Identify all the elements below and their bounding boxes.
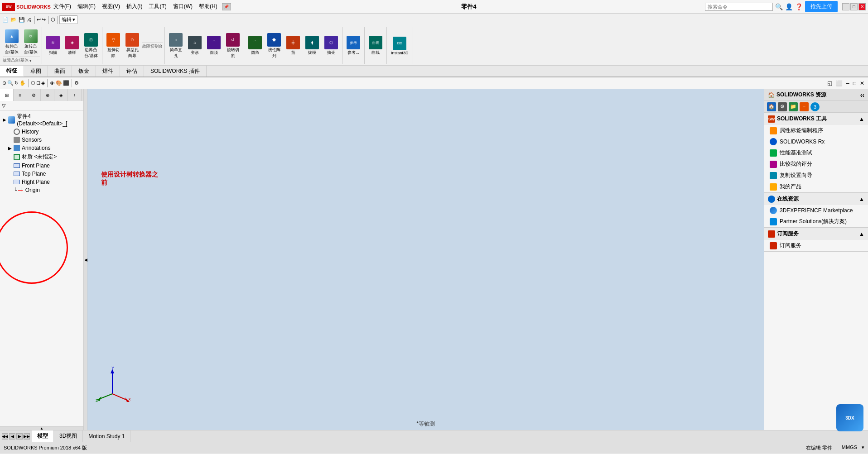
rp-3dexp-icon[interactable]: 3	[810, 102, 820, 111]
lp-tab-property[interactable]: ≡	[14, 89, 27, 101]
tab-surface[interactable]: 曲面	[48, 66, 72, 76]
rotate-view-icon[interactable]: ↻	[14, 80, 19, 86]
appearance-icon[interactable]: 🎨	[56, 80, 62, 86]
menu-window[interactable]: 窗口(W)	[170, 2, 195, 11]
revolve-cut-button[interactable]: ↺ 旋转切割	[224, 32, 242, 60]
feature-tree-front-plane[interactable]: Front Plane	[1, 162, 82, 170]
extrude-boss-button[interactable]: ▲ 拉伸凸台/基体	[3, 28, 21, 57]
rp-copy-settings[interactable]: 复制设置向导	[764, 170, 868, 181]
online-resources-header[interactable]: 在线资源 ▲	[764, 193, 868, 205]
tab-nav-right[interactable]: ▶	[16, 433, 23, 440]
feature-tree-top-plane[interactable]: Top Plane	[1, 170, 82, 178]
fillet-button[interactable]: ⌒ 圆角	[246, 34, 264, 57]
maximize-panel-icon[interactable]: □	[852, 80, 858, 86]
tab-nav-left[interactable]: ◀	[9, 433, 15, 440]
bottom-tab-motion[interactable]: Motion Study 1	[83, 430, 130, 442]
help-icon[interactable]: ❓	[795, 3, 803, 10]
rp-tools-icon[interactable]: ⚙	[778, 102, 787, 111]
tab-sketch[interactable]: 草图	[24, 66, 48, 76]
mode-selector[interactable]: 编辑 ▾	[59, 15, 77, 24]
rp-home-nav-icon[interactable]: 🏠	[767, 102, 776, 111]
expand-panel-icon[interactable]: ◱	[826, 80, 834, 86]
section-view-icon[interactable]: ⊟	[36, 80, 40, 86]
rp-folder-icon[interactable]: 📁	[789, 102, 798, 111]
dome-button[interactable]: ⌒ 圆顶	[205, 32, 223, 60]
right-panel-collapse-button[interactable]: ‹‹	[860, 91, 864, 99]
feature-tree-root[interactable]: ▶ 零件4 (Default<<Default>_[	[1, 112, 82, 128]
lp-tab-dim[interactable]: ⊕	[41, 89, 54, 101]
rp-subscribe-service[interactable]: 订阅服务	[764, 240, 868, 251]
sw-tools-section-header[interactable]: SW SOLIDWORKS 工具 ▲	[764, 113, 868, 125]
viewport[interactable]: 使用设计树转换器之 前 Y X Z *等轴测	[87, 89, 764, 430]
display-style-icon[interactable]: ◈	[41, 80, 45, 86]
search-icon[interactable]: 🔍	[775, 3, 783, 10]
tab-feature[interactable]: 特征	[0, 66, 24, 76]
restore-button[interactable]: □	[850, 3, 858, 10]
rp-partner-solutions[interactable]: Partner Solutions(解决方案)	[764, 216, 868, 227]
hide-show-icon[interactable]: 👁	[50, 81, 55, 86]
menu-edit[interactable]: 编辑(E)	[75, 2, 98, 11]
draft-button[interactable]: ⧫ 拔模	[303, 34, 321, 57]
redo-icon[interactable]: ↪	[42, 17, 46, 23]
bottom-tab-3dview[interactable]: 3D视图	[54, 430, 83, 442]
tab-nav-right-right[interactable]: ▶▶	[24, 433, 30, 440]
shell-button[interactable]: ⬡ 抽壳	[322, 34, 340, 57]
menu-file[interactable]: 文件(F)	[51, 2, 74, 11]
units-dropdown-icon[interactable]: ▾	[862, 444, 864, 452]
rp-3dexp-marketplace[interactable]: 3DEXPERIENCE Marketplace	[764, 205, 868, 216]
scenes-icon[interactable]: ⬛	[63, 80, 69, 86]
tab-weldment[interactable]: 焊件	[96, 66, 120, 76]
tab-evaluate[interactable]: 评估	[120, 66, 144, 76]
feature-tree-right-plane[interactable]: Right Plane	[1, 178, 82, 186]
tab-sheetmetal[interactable]: 钣金	[72, 66, 96, 76]
subscription-chevron-icon[interactable]: ▲	[859, 231, 864, 237]
view-orient-icon[interactable]: ⬡	[31, 80, 35, 86]
tab-plugins[interactable]: SOLIDWORKS 插件	[144, 66, 207, 76]
feature-tree-material[interactable]: 材质 <未指定>	[1, 152, 82, 162]
panel-resize-handle[interactable]: ◀	[84, 89, 87, 430]
tab-nav-left-left[interactable]: ◀◀	[2, 433, 8, 440]
mode-dropdown-icon[interactable]: ▾	[72, 17, 75, 23]
menu-tools[interactable]: 工具(T)	[146, 2, 169, 11]
pin-icon[interactable]: 📌	[222, 3, 231, 10]
fault-base-dropdown[interactable]: ▾	[29, 58, 32, 63]
close-panel-icon[interactable]: ✕	[858, 80, 866, 86]
rp-compare[interactable]: 比较我的评分	[764, 158, 868, 170]
sw-tools-chevron-icon[interactable]: ▲	[859, 116, 864, 122]
subscription-header[interactable]: 订阅服务 ▲	[764, 228, 868, 240]
left-panel-collapse[interactable]: ▲	[0, 426, 83, 430]
chamfer-button[interactable]: ⬟ 线性阵列	[265, 32, 283, 60]
new-file-icon[interactable]: 📄	[2, 17, 9, 23]
feature-tree-origin[interactable]: └ Origin	[1, 186, 82, 194]
rp-home-icon[interactable]: 🏠	[768, 92, 775, 98]
undo-icon[interactable]: ↩	[37, 17, 41, 23]
root-expander[interactable]: ▶	[3, 117, 8, 122]
feature-tree-sensors[interactable]: Sensors	[1, 136, 82, 144]
simple-hole-button[interactable]: ○ 简单直孔	[167, 32, 185, 60]
units-label[interactable]: MMGS	[842, 444, 857, 452]
zoom-icon[interactable]: 🔍	[7, 80, 14, 86]
lp-tab-more[interactable]: ›	[68, 89, 82, 101]
rp-property-manager[interactable]: 属性标签编制程序	[764, 125, 868, 136]
user-icon[interactable]: 👤	[785, 3, 793, 10]
ref-geom-button[interactable]: 参考 参考...	[344, 34, 362, 57]
deform-button[interactable]: ⌂ 变形	[186, 32, 204, 60]
menu-insert[interactable]: 插入(I)	[124, 2, 145, 11]
rp-list-icon[interactable]: ≡	[800, 102, 809, 111]
menu-view[interactable]: 视图(V)	[99, 2, 123, 11]
minimize-button[interactable]: –	[842, 3, 849, 10]
save-icon[interactable]: 💾	[19, 17, 25, 23]
zoom-fit-icon[interactable]: ⊙	[2, 80, 6, 86]
rp-my-products[interactable]: 我的产品	[764, 181, 868, 192]
annot-expander[interactable]: ▶	[8, 146, 14, 151]
search-input[interactable]	[705, 3, 773, 11]
rib-button[interactable]: ╪ 筋	[284, 34, 302, 57]
hole-wizard-button[interactable]: ⊙ 异型孔向导	[123, 32, 141, 60]
rp-performance[interactable]: 性能基准测试	[764, 147, 868, 158]
boundary-boss-button[interactable]: ⊞ 边界凸台/基体	[82, 32, 100, 60]
scan-button[interactable]: ≋ 扫描	[44, 34, 62, 57]
menu-help[interactable]: 帮助(H)	[196, 2, 220, 11]
close-button[interactable]: ✕	[858, 3, 866, 10]
extrude-cut-button[interactable]: ▽ 拉伸切除	[104, 32, 122, 60]
lp-tab-display[interactable]: ◈	[54, 89, 68, 101]
